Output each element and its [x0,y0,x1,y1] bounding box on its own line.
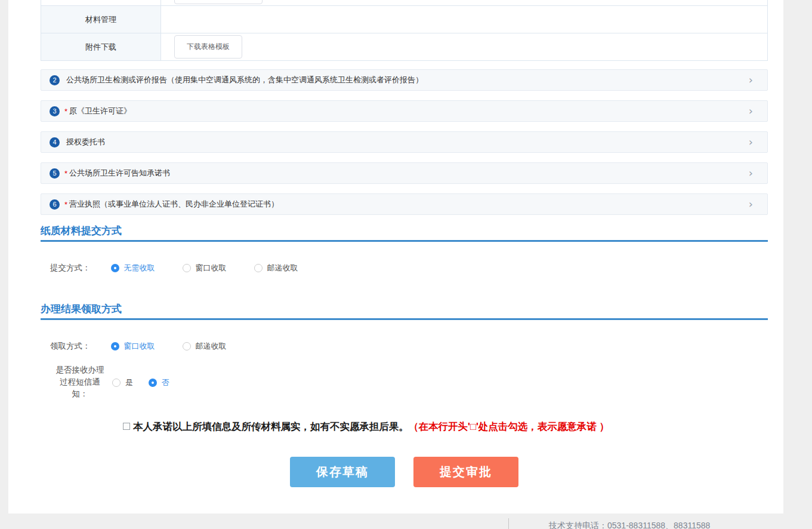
radio-option-mail-pickup[interactable]: 邮递收取 [183,341,227,352]
section-title-result-pickup: 办理结果领取方式 [41,302,122,316]
promise-text-red: （在本行开头'□'处点击勾选，表示愿意承诺 ） [409,421,609,432]
required-mark: * [64,107,67,116]
item-number-badge: 3 [50,106,60,116]
row-label: 材料管理 [41,6,161,33]
footer-divider [508,518,509,529]
radio-option-window-collect[interactable]: 窗口收取 [183,263,227,273]
page: 材料管理 附件下载 下载表格模板 2 公共场所卫生检测或评价报告（使用集中空调通… [0,0,812,529]
radio-option-sms-yes[interactable]: 是 [112,377,133,388]
content-card: 材料管理 附件下载 下载表格模板 2 公共场所卫生检测或评价报告（使用集中空调通… [8,0,783,513]
submission-method-row: 提交方式： 无需收取 窗口收取 邮递收取 [50,263,298,273]
chevron-right-icon[interactable]: › [749,199,759,210]
attachment-item-4[interactable]: 4 授权委托书 › [41,131,768,153]
section-underline [41,240,768,242]
table-row-attachment-download: 附件下载 下载表格模板 [41,33,768,61]
item-number-badge: 4 [50,137,60,147]
radio-unselected-icon[interactable] [112,379,121,387]
radio-selected-icon[interactable] [111,342,119,350]
chevron-right-icon[interactable]: › [749,75,759,85]
attachment-title: 营业执照（或事业单位法人证书、民办非企业单位登记证书） [69,199,279,210]
submit-approval-button[interactable]: 提交审批 [413,457,518,487]
download-template-button[interactable]: 下载表格模板 [174,35,242,59]
required-mark: * [64,169,67,178]
cutoff-button-fragment[interactable] [174,0,263,4]
save-draft-button[interactable]: 保存草稿 [290,457,395,487]
attachment-item-2[interactable]: 2 公共场所卫生检测或评价报告（使用集中空调通风系统的，含集中空调通风系统卫生检… [41,69,768,91]
attachment-title: 原《卫生许可证》 [69,106,131,116]
promise-text: 本人承诺以上所填信息及所传材料属实，如有不实愿承担后果。（在本行开头'□'处点击… [133,420,609,433]
radio-selected-icon[interactable] [111,264,119,272]
row-label: 附件下载 [41,33,161,60]
attachment-title: 公共场所卫生许可告知承诺书 [69,168,170,179]
radio-label[interactable]: 窗口收取 [196,263,227,273]
radio-option-window-pickup[interactable]: 窗口收取 [111,341,155,352]
attachment-item-6[interactable]: 6 * 营业执照（或事业单位法人证书、民办非企业单位登记证书） › [41,193,768,215]
table-cell [41,0,161,5]
table-row-partial [41,0,768,6]
promise-checkbox[interactable] [123,423,130,430]
item-number-badge: 6 [50,199,60,210]
radio-unselected-icon[interactable] [183,264,191,272]
item-number-badge: 2 [50,75,60,85]
sms-notify-row: 是 否 [112,377,169,388]
radio-selected-icon[interactable] [149,379,157,387]
pickup-method-row: 领取方式： 窗口收取 邮递收取 [50,341,227,352]
chevron-right-icon[interactable]: › [749,137,759,147]
row-content: 下载表格模板 [161,33,767,60]
radio-unselected-icon[interactable] [254,264,263,272]
radio-label[interactable]: 邮递收取 [267,263,298,273]
field-label: 领取方式： [50,341,91,352]
attachment-item-5[interactable]: 5 * 公共场所卫生许可告知承诺书 › [41,162,768,184]
radio-unselected-icon[interactable] [183,342,191,350]
section-title-paper-submission: 纸质材料提交方式 [41,224,122,238]
row-content [161,6,767,33]
chevron-right-icon[interactable]: › [749,106,759,116]
radio-option-no-collect[interactable]: 无需收取 [111,263,155,273]
table-row-material-manage: 材料管理 [41,6,768,33]
attachment-title: 公共场所卫生检测或评价报告（使用集中空调通风系统的，含集中空调通风系统卫生检测或… [66,75,423,85]
field-label: 提交方式： [50,263,91,273]
promise-row: 本人承诺以上所填信息及所传材料属实，如有不实愿承担后果。（在本行开头'□'处点击… [123,420,609,433]
radio-label[interactable]: 否 [162,377,169,388]
radio-option-sms-no[interactable]: 否 [149,377,169,388]
materials-table: 材料管理 附件下载 下载表格模板 [41,0,768,61]
attachment-item-3[interactable]: 3 * 原《卫生许可证》 › [41,100,768,122]
radio-label[interactable]: 是 [125,377,133,388]
item-number-badge: 5 [50,168,60,179]
tech-support-phone: 技术支持电话：0531-88311588、88311588 [549,521,710,529]
promise-text-black: 本人承诺以上所填信息及所传材料属实，如有不实愿承担后果。 [133,421,409,432]
radio-option-mail-collect[interactable]: 邮递收取 [254,263,298,273]
section-underline [41,318,768,320]
required-mark: * [64,200,67,209]
radio-label[interactable]: 邮递收取 [196,341,227,352]
chevron-right-icon[interactable]: › [749,168,759,179]
attachment-title: 授权委托书 [66,137,105,147]
sms-notify-label: 是否接收办理过程短信通知： [54,364,106,400]
radio-label[interactable]: 无需收取 [124,263,155,273]
footer: 技术支持电话：0531-88311588、88311588 [0,513,812,529]
radio-label[interactable]: 窗口收取 [124,341,155,352]
